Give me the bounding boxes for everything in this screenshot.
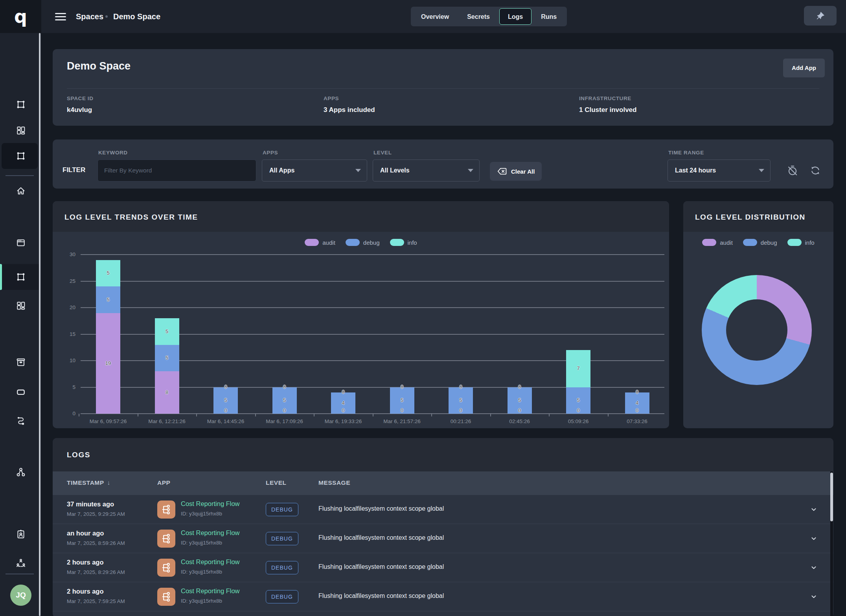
expand-row-button[interactable] — [809, 534, 818, 543]
sidebar-item-frame-current[interactable] — [15, 271, 26, 282]
log-relative-time: 2 hours ago — [67, 588, 104, 595]
top-bar: q Spaces Demo Space Overview Secrets Log… — [0, 0, 846, 33]
app-icon — [157, 559, 175, 577]
x-axis-label: Mar 6, 19:33:26 — [312, 418, 375, 424]
sidebar-active-indicator — [0, 264, 2, 290]
time-range-value: Last 24 hours — [675, 167, 716, 174]
sidebar-item-blocks-2[interactable] — [15, 300, 26, 311]
logs-scrollbar-thumb[interactable] — [830, 473, 833, 521]
time-range-dropdown[interactable]: Last 24 hours — [668, 160, 771, 182]
column-header-message: MESSAGE — [318, 479, 350, 486]
sidebar-item-network[interactable] — [15, 467, 26, 478]
tab-runs[interactable]: Runs — [532, 8, 565, 25]
refresh-button[interactable] — [809, 164, 822, 177]
tab-logs[interactable]: Logs — [499, 8, 532, 25]
apps-dropdown[interactable]: All Apps — [262, 160, 367, 182]
x-axis-tick — [373, 414, 373, 416]
log-level-badge: DEBUG — [266, 561, 298, 574]
id-badge-icon — [15, 529, 26, 540]
bar-value-label: 5 — [508, 397, 532, 403]
pin-button[interactable] — [804, 6, 837, 26]
user-avatar[interactable]: JQ — [10, 585, 31, 606]
legend-item-info[interactable]: info — [787, 239, 815, 246]
sidebar-item-home[interactable] — [15, 185, 26, 196]
bar-value-label: 5 — [96, 297, 120, 302]
log-table-row[interactable] — [53, 611, 833, 616]
menu-icon[interactable] — [55, 13, 66, 20]
gridline-y30 — [81, 254, 664, 255]
log-table-row[interactable]: 2 hours ago Mar 7, 2025, 7:59:25 AM Cost… — [53, 582, 833, 611]
log-table-row[interactable]: 37 minutes ago Mar 7, 2025, 9:29:25 AM C… — [53, 495, 833, 524]
clear-all-button[interactable]: Clear All — [490, 162, 542, 181]
tab-overview[interactable]: Overview — [412, 8, 458, 25]
breadcrumb-spaces[interactable]: Spaces — [76, 0, 103, 33]
y-axis-tick: 25 — [53, 278, 75, 284]
app-name-link[interactable]: Cost Reporting Flow — [181, 587, 239, 595]
bar-value-label: 5 — [96, 270, 120, 276]
distribution-chart-title: LOG LEVEL DISTRIBUTION — [695, 213, 806, 222]
y-axis-tick: 15 — [53, 331, 75, 337]
app-icon — [157, 588, 175, 606]
users-icon — [15, 558, 26, 569]
expand-row-button[interactable] — [809, 592, 818, 601]
disable-auto-refresh-button[interactable] — [786, 164, 799, 177]
filter-bar: FILTER KEYWORD APPS All Apps LEVEL All L… — [53, 139, 833, 189]
gridline-y25 — [81, 281, 664, 282]
frame-icon — [15, 99, 26, 110]
app-name-link[interactable]: Cost Reporting Flow — [181, 500, 239, 508]
app-name-link[interactable]: Cost Reporting Flow — [181, 558, 239, 566]
sidebar-item-id-badge[interactable] — [15, 529, 26, 540]
level-dropdown[interactable]: All Levels — [373, 160, 480, 182]
bar-value-label: 5 — [155, 355, 179, 361]
sidebar-item-route[interactable] — [15, 415, 26, 426]
breadcrumb-separator — [105, 15, 108, 18]
sidebar-item-blocks-1[interactable] — [15, 125, 26, 136]
sidebar-item-browser[interactable] — [15, 237, 26, 248]
tab-secrets[interactable]: Secrets — [458, 8, 498, 25]
legend-swatch-debug — [743, 239, 757, 246]
y-axis-tick: 0 — [53, 411, 75, 416]
chevron-down-icon — [809, 505, 818, 514]
column-header-timestamp[interactable]: TIMESTAMP↓ — [67, 479, 110, 486]
log-relative-time: 2 hours ago — [67, 559, 104, 566]
sidebar-item-archive[interactable] — [15, 357, 26, 368]
log-message: Flushing localfilesystem context scope g… — [318, 505, 444, 512]
time-range-label: TIME RANGE — [668, 150, 704, 156]
bar-zero-label: 0 — [449, 384, 473, 390]
legend-item-audit[interactable]: audit — [702, 239, 733, 246]
pushpin-icon — [815, 11, 826, 21]
log-table-row[interactable]: an hour ago Mar 7, 2025, 8:59:26 AM Cost… — [53, 524, 833, 553]
home-icon — [15, 185, 26, 196]
sidebar-item-card[interactable] — [15, 387, 26, 398]
keyword-input[interactable] — [97, 160, 256, 182]
flow-glyph-icon — [160, 562, 172, 574]
log-table-row[interactable]: 2 hours ago Mar 7, 2025, 8:29:26 AM Cost… — [53, 553, 833, 582]
x-axis-tick — [431, 414, 432, 416]
log-message: Flushing localfilesystem context scope g… — [318, 592, 444, 600]
sidebar-item-frame-2[interactable] — [15, 150, 26, 161]
chevron-down-icon — [468, 169, 473, 172]
sidebar-scrollbar[interactable] — [39, 33, 40, 616]
bar-zero-label: 0 — [331, 407, 355, 413]
frame-icon — [15, 150, 26, 161]
app-logo[interactable]: q — [0, 0, 41, 33]
expand-row-button[interactable] — [809, 505, 818, 514]
add-app-button[interactable]: Add App — [783, 59, 825, 77]
level-dropdown-value: All Levels — [380, 167, 410, 174]
expand-row-button[interactable] — [809, 563, 818, 572]
route-icon — [15, 415, 26, 426]
bar-value-label: 8 — [155, 389, 179, 395]
sidebar: JQ — [0, 33, 41, 616]
gridline-y20 — [81, 307, 664, 308]
bar-zero-label: 0 — [449, 407, 473, 413]
clear-all-label: Clear All — [511, 168, 535, 175]
sidebar-item-users[interactable] — [15, 558, 26, 569]
legend-label: audit — [720, 239, 733, 246]
sidebar-item-frame-1[interactable] — [15, 99, 26, 110]
chevron-down-icon — [809, 563, 818, 572]
blocks-icon — [15, 125, 26, 136]
legend-item-debug[interactable]: debug — [743, 239, 777, 246]
x-axis-label: 00:21:26 — [429, 418, 492, 424]
x-axis-label: Mar 6, 17:09:26 — [253, 418, 316, 424]
app-name-link[interactable]: Cost Reporting Flow — [181, 529, 239, 537]
